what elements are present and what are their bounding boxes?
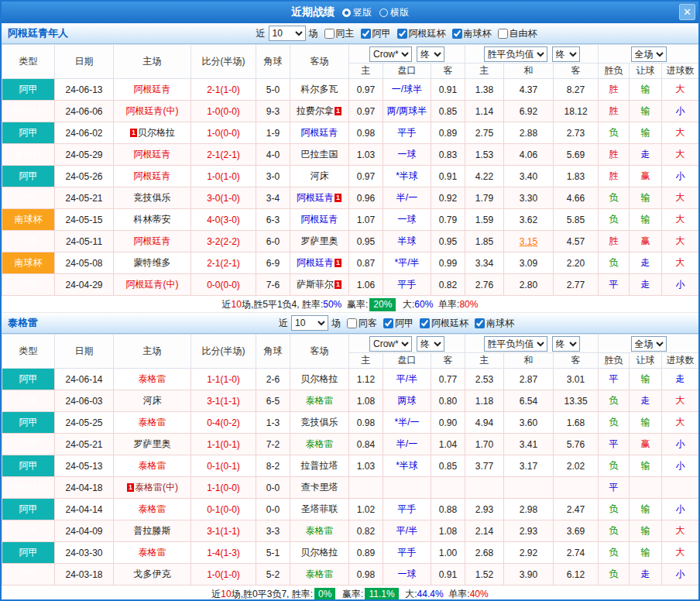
- away-team[interactable]: 阿根廷青1: [290, 187, 349, 209]
- home-team[interactable]: 阿根廷青: [114, 144, 191, 166]
- avg-away-odds: 6.12: [554, 564, 599, 586]
- checkbox-阿甲[interactable]: [361, 29, 371, 39]
- team-link: 萨斯菲尔: [297, 279, 334, 290]
- away-team[interactable]: 圣塔菲联: [290, 499, 349, 520]
- away-team[interactable]: 阿根廷青: [290, 209, 349, 231]
- away-team[interactable]: 巴拉圭国: [290, 144, 349, 166]
- table-row: 阿甲24-03-18戈多伊克1-0(1-0)5-2泰格雷0.98一球0.911.…: [2, 564, 699, 586]
- away-team[interactable]: 泰格雷: [290, 564, 349, 586]
- column-subheader: 客: [554, 64, 599, 79]
- games-count-select[interactable]: 10: [291, 315, 328, 331]
- summary-bar: 近10场,胜0平3负7, 胜率:0% 赢率:11.1% 大:44.4% 单率:4…: [2, 586, 698, 601]
- filter-checkbox: 同客: [347, 317, 377, 330]
- checkbox-阿根廷杯[interactable]: [420, 318, 430, 328]
- radio-vertical-layout[interactable]: 竖版: [342, 6, 372, 19]
- team-link: 贝尔格拉: [138, 127, 175, 138]
- away-team[interactable]: 查卡里塔: [290, 477, 349, 499]
- goals-result: 小: [662, 101, 699, 122]
- team-link: 泰格雷: [139, 460, 166, 471]
- column-header: 客场: [290, 45, 349, 79]
- home-team[interactable]: 泰格雷: [114, 369, 191, 390]
- away-team[interactable]: 拉费尔拿1: [290, 101, 349, 122]
- home-team[interactable]: 阿根廷青(中): [114, 101, 191, 122]
- home-team[interactable]: 阿根廷青: [114, 231, 191, 252]
- corners: 8-2: [256, 455, 290, 477]
- away-team[interactable]: 竞技俱乐: [290, 412, 349, 434]
- home-odds: 0.98: [349, 564, 383, 586]
- away-team[interactable]: 泰格雷: [290, 390, 349, 412]
- checkbox-阿甲[interactable]: [383, 318, 393, 328]
- home-team[interactable]: 泰格雷: [114, 412, 191, 434]
- result-wdl: 负: [599, 122, 630, 144]
- away-team[interactable]: 科尔多瓦: [290, 79, 349, 101]
- away-team[interactable]: 贝尔格拉: [290, 542, 349, 564]
- column-header: 角球: [256, 335, 290, 369]
- match-date: 24-05-26: [55, 166, 114, 187]
- home-team[interactable]: 竞技俱乐: [114, 187, 191, 209]
- team-link: 阿根廷青: [134, 149, 171, 160]
- home-team[interactable]: 阿根廷青: [114, 79, 191, 101]
- checkbox-同主[interactable]: [324, 29, 335, 39]
- handicap-line: 平手: [383, 274, 431, 296]
- away-team[interactable]: 阿根廷青: [290, 122, 349, 144]
- period-select-2[interactable]: 终: [552, 336, 580, 352]
- home-team[interactable]: 戈多伊克: [114, 564, 191, 586]
- away-team[interactable]: 河床: [290, 166, 349, 187]
- handicap-line: 平手: [383, 542, 431, 564]
- bookmaker-select[interactable]: Crow*: [369, 336, 412, 352]
- period-select[interactable]: 终: [417, 336, 444, 352]
- checkbox-同客[interactable]: [347, 318, 357, 328]
- handicap-result: 走: [630, 390, 662, 412]
- away-team[interactable]: 泰格雷: [290, 434, 349, 455]
- result-wdl: 负: [599, 252, 630, 274]
- bookmaker-select[interactable]: Crow*: [369, 46, 412, 62]
- away-team[interactable]: 贝尔格拉: [290, 369, 349, 390]
- away-team[interactable]: 罗萨里奥: [290, 231, 349, 252]
- games-count-select[interactable]: 10: [269, 26, 306, 41]
- radio-horizontal-layout[interactable]: 横版: [379, 6, 409, 19]
- home-team[interactable]: 科林蒂安: [114, 209, 191, 231]
- away-team[interactable]: 拉普拉塔: [290, 455, 349, 477]
- checkbox-label: 南球杯: [486, 317, 514, 330]
- home-odds: 0.97: [349, 101, 383, 122]
- checkbox-南球杯[interactable]: [452, 29, 462, 39]
- handicap-result: 赢: [630, 434, 662, 455]
- scope-select[interactable]: 全场: [631, 46, 667, 62]
- home-team[interactable]: 1泰格雷(中): [114, 477, 191, 499]
- handicap-result: 输: [630, 499, 662, 520]
- filter-cell: Crow*终: [349, 335, 465, 353]
- period-select-2[interactable]: 终: [552, 46, 580, 62]
- away-odds: 0.89: [431, 122, 465, 144]
- team-link: 查卡里塔: [301, 482, 338, 493]
- home-team[interactable]: 罗萨里奥: [114, 434, 191, 455]
- home-odds: 0.82: [349, 520, 383, 542]
- away-team[interactable]: 泰格雷: [290, 520, 349, 542]
- score: 1-4(1-3): [191, 542, 256, 564]
- close-button[interactable]: ✕: [679, 4, 695, 20]
- home-team[interactable]: 泰格雷: [114, 542, 191, 564]
- home-team[interactable]: 1贝尔格拉: [114, 122, 191, 144]
- home-team[interactable]: 普拉滕斯: [114, 520, 191, 542]
- avg-home-odds: 3.34: [465, 252, 504, 274]
- away-team[interactable]: 萨斯菲尔1: [290, 274, 349, 296]
- home-team[interactable]: 泰格雷: [114, 499, 191, 520]
- table-row: 南球杯24-05-29阿根廷青2-1(2-1)4-0巴拉圭国1.03一球0.83…: [2, 144, 699, 166]
- league-type-badge: 阿甲: [2, 434, 55, 455]
- avg-draw-odds[interactable]: 3.15: [504, 231, 554, 252]
- away-odds: 0.88: [431, 499, 465, 520]
- scope-select[interactable]: 全场: [631, 336, 667, 352]
- checkbox-自由杯[interactable]: [498, 29, 508, 39]
- away-team[interactable]: 阿根廷青1: [290, 252, 349, 274]
- checkbox-南球杯[interactable]: [475, 318, 485, 328]
- home-team[interactable]: 河床: [114, 390, 191, 412]
- table-row: 阿甲24-06-03河床3-1(1-1)6-5泰格雷1.08两球0.801.18…: [2, 390, 699, 412]
- home-team[interactable]: 泰格雷: [114, 455, 191, 477]
- home-team[interactable]: 阿根廷青: [114, 166, 191, 187]
- metric-select[interactable]: 胜平负均值: [484, 336, 547, 352]
- away-odds: [431, 477, 465, 499]
- period-select[interactable]: 终: [417, 46, 444, 62]
- metric-select[interactable]: 胜平负均值: [484, 46, 547, 62]
- home-team[interactable]: 阿根廷青(中): [114, 274, 191, 296]
- home-team[interactable]: 蒙特维多: [114, 252, 191, 274]
- checkbox-阿根廷杯[interactable]: [397, 29, 407, 39]
